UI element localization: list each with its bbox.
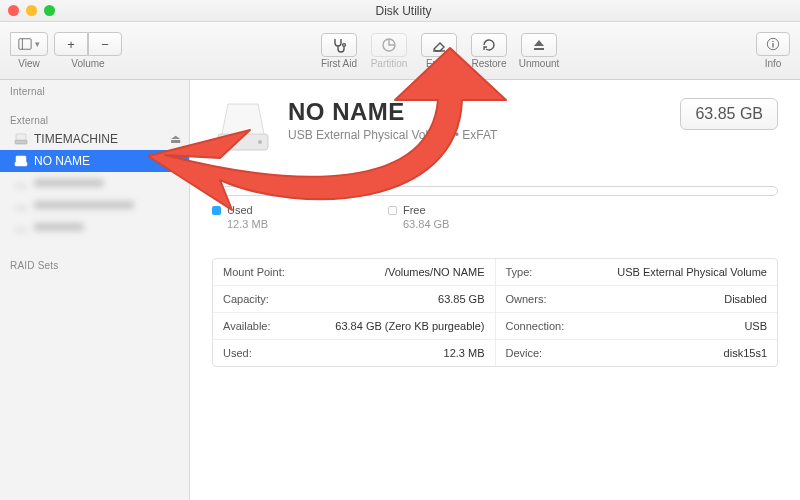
svg-point-2 [343,43,346,46]
table-row: Available:63.84 GB (Zero KB purgeable) C… [213,313,777,340]
restore-icon [481,37,497,53]
window-controls [8,5,55,16]
zoom-icon[interactable] [44,5,55,16]
svg-rect-7 [772,43,773,47]
used-label: Used [227,204,253,216]
sidebar: Internal External TIMEMACHINE ⏏ NO NAME … [0,80,190,500]
eject-icon [531,37,547,53]
svg-point-16 [258,140,262,144]
used-value: 12.3 MB [227,218,268,230]
toolbar-volume: + − Volume [54,32,122,69]
free-label: Free [403,204,426,216]
volume-label: Volume [71,58,104,69]
eject-icon[interactable]: ⏏ [170,154,181,168]
svg-rect-14 [15,228,27,232]
volume-subtitle: USB External Physical Volume • ExFAT [288,128,497,142]
stethoscope-icon [331,37,347,53]
free-swatch-icon [388,206,397,215]
info-table: Mount Point:/Volumes/NO NAME Type:USB Ex… [212,258,778,367]
svg-rect-4 [534,48,544,50]
sidebar-section-external: External [0,109,189,128]
volume-icon [212,98,274,156]
volume-add-button[interactable]: + [54,32,88,56]
minimize-icon[interactable] [26,5,37,16]
info-icon [766,37,780,51]
volume-size-button[interactable]: 63.85 GB [680,98,778,130]
volume-remove-button[interactable]: − [88,32,122,56]
close-icon[interactable] [8,5,19,16]
svg-rect-10 [15,162,27,166]
window-title: Disk Utility [55,4,752,18]
sidebar-section-raid: RAID Sets [0,254,189,273]
sidebar-icon [18,37,32,51]
usage-bar [212,186,778,196]
view-label: View [18,58,40,69]
disk-icon [14,132,28,146]
free-value: 63.84 GB [403,218,449,230]
svg-rect-12 [15,184,27,188]
toolbar: ▾ View + − Volume First Aid Partition Er… [0,22,800,80]
table-row: Used:12.3 MB Device:disk15s1 [213,340,777,366]
svg-rect-0 [19,39,31,50]
disk-icon [14,154,28,168]
erase-icon [431,37,447,53]
usage-legend: Used 12.3 MB Free 63.84 GB [212,204,778,230]
info-label: Info [765,58,782,69]
restore-tool[interactable]: Restore [466,33,512,69]
table-row: Mount Point:/Volumes/NO NAME Type:USB Ex… [213,259,777,286]
used-swatch-icon [212,206,221,215]
sidebar-item-label: TIMEMACHINE [34,132,118,146]
usage-bar-fill [213,187,219,195]
svg-rect-9 [16,134,26,140]
toolbar-tools: First Aid Partition Erase Restore Unmoun… [316,33,562,69]
sidebar-item-no-name[interactable]: NO NAME ⏏ [0,150,189,172]
toolbar-view: ▾ View [10,32,48,69]
sidebar-item-hidden [0,172,189,194]
pie-icon [381,37,397,53]
titlebar: Disk Utility [0,0,800,22]
sidebar-item-timemachine[interactable]: TIMEMACHINE ⏏ [0,128,189,150]
sidebar-section-internal: Internal [0,80,189,99]
view-button[interactable]: ▾ [10,32,48,56]
first-aid-tool[interactable]: First Aid [316,33,362,69]
eject-icon[interactable]: ⏏ [170,132,181,146]
table-row: Capacity:63.85 GB Owners:Disabled [213,286,777,313]
sidebar-item-label: NO NAME [34,154,90,168]
svg-point-6 [772,41,773,42]
content: NO NAME USB External Physical Volume • E… [190,80,800,500]
sidebar-item-hidden [0,216,189,238]
unmount-tool[interactable]: Unmount [516,33,562,69]
erase-tool[interactable]: Erase [416,33,462,69]
sidebar-item-hidden [0,194,189,216]
svg-rect-11 [16,156,26,162]
toolbar-info: Info [756,32,790,69]
svg-rect-13 [15,206,27,210]
partition-tool: Partition [366,33,412,69]
info-button[interactable] [756,32,790,56]
svg-rect-8 [15,140,27,144]
chevron-down-icon: ▾ [35,39,40,49]
volume-name: NO NAME [288,98,497,126]
